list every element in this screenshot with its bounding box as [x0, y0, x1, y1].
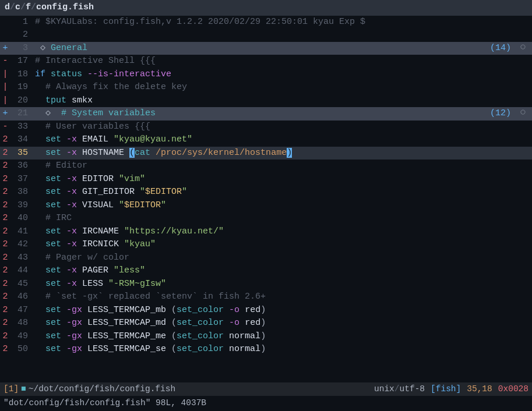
code-text[interactable]: set -x LESS "-RSM~gIsw"	[33, 278, 532, 291]
code-text[interactable]: set -x IRCNAME "https://kyau.net/"	[33, 225, 532, 239]
token	[35, 174, 45, 184]
code-line[interactable]: 1# $KYAULabs: config.fish,v 1.2.2 2020/0…	[0, 16, 532, 29]
fold-gutter[interactable]: 2	[0, 173, 10, 186]
fold-gutter[interactable]: 2	[0, 225, 10, 239]
code-line[interactable]: |20 tput smkx	[0, 94, 532, 108]
code-text[interactable]: # Interactive Shell {{{	[33, 55, 532, 68]
code-line[interactable]: 239 set -x VISUAL "$EDITOR"	[0, 199, 532, 212]
code-text[interactable]: # IRC	[33, 212, 532, 225]
code-line[interactable]: 245 set -x LESS "-RSM~gIsw"	[0, 278, 532, 291]
code-line[interactable]: 235 set -x HOSTNAME (cat /proc/sys/kerne…	[0, 147, 532, 160]
statusline: [1] ■ ~/dot/config/fish/config.fish unix…	[0, 382, 532, 396]
fold-gutter[interactable]: +	[0, 42, 10, 55]
code-line[interactable]: 246 # `set -gx` replaced `setenv` in fis…	[0, 290, 532, 304]
code-line[interactable]: 243 # Pager w/ color	[0, 251, 532, 265]
fold-gutter[interactable]: 2	[0, 238, 10, 251]
fold-gutter[interactable]	[0, 16, 10, 29]
code-line[interactable]: |18if status --is-interactive	[0, 68, 532, 82]
code-text[interactable]: ◇ # System variables	[33, 107, 490, 121]
token: -x	[66, 226, 82, 236]
fold-gutter[interactable]: 2	[0, 264, 10, 278]
code-line[interactable]: |19 # Always fix the delete key	[0, 81, 532, 94]
code-line[interactable]: 238 set -x GIT_EDITOR "$EDITOR"	[0, 186, 532, 199]
code-line[interactable]: -33 # User variables {{{	[0, 121, 532, 134]
code-content[interactable]: 1# $KYAULabs: config.fish,v 1.2.2 2020/0…	[0, 16, 532, 383]
token: "	[119, 200, 124, 210]
fold-gutter[interactable]: 2	[0, 212, 10, 225]
token: # User variables {{{	[45, 122, 150, 132]
code-text[interactable]: if status --is-interactive	[33, 68, 532, 82]
fold-gutter[interactable]: 2	[0, 133, 10, 147]
code-line[interactable]: +21 ◇ # System variables(12) ⭘	[0, 107, 532, 121]
fold-gutter[interactable]: 2	[0, 330, 10, 343]
fold-gutter[interactable]	[0, 29, 10, 42]
token	[35, 279, 45, 289]
fold-gutter[interactable]: |	[0, 68, 10, 82]
fold-gutter[interactable]: 2	[0, 251, 10, 265]
line-number: 34	[10, 133, 33, 147]
token: set_color	[177, 344, 229, 354]
code-line[interactable]: 244 set -x PAGER "less"	[0, 264, 532, 278]
code-line[interactable]: 250 set -gx LESS_TERMCAP_se (set_color n…	[0, 343, 532, 356]
fold-toggle-icon[interactable]: ⭘	[513, 107, 527, 121]
code-text[interactable]: set -gx LESS_TERMCAP_me (set_color norma…	[33, 330, 532, 343]
fold-gutter[interactable]: 2	[0, 304, 10, 317]
line-number: 39	[10, 199, 33, 212]
code-text[interactable]: # User variables {{{	[33, 121, 532, 134]
code-text[interactable]: set -x EMAIL "kyau@kyau.net"	[33, 133, 532, 147]
fold-gutter[interactable]: 2	[0, 160, 10, 173]
code-text[interactable]: set -gx LESS_TERMCAP_se (set_color norma…	[33, 343, 532, 356]
code-line[interactable]: 234 set -x EMAIL "kyau@kyau.net"	[0, 133, 532, 147]
code-line[interactable]: 249 set -gx LESS_TERMCAP_me (set_color n…	[0, 330, 532, 343]
code-text[interactable]: set -gx LESS_TERMCAP_mb (set_color -o re…	[33, 304, 532, 317]
encoding: unix/utf-8	[374, 383, 425, 396]
code-line[interactable]: 240 # IRC	[0, 212, 532, 225]
token: EDITOR	[82, 174, 119, 184]
fold-gutter[interactable]: 2	[0, 186, 10, 199]
code-text[interactable]: set -x VISUAL "$EDITOR"	[33, 199, 532, 212]
path-separator: /	[31, 2, 36, 12]
fold-gutter[interactable]: 2	[0, 343, 10, 356]
fold-gutter[interactable]: -	[0, 55, 10, 68]
fold-gutter[interactable]: 2	[0, 278, 10, 291]
line-number: 38	[10, 186, 33, 199]
token: # Interactive Shell {{{	[35, 56, 156, 66]
code-text[interactable]: set -x HOSTNAME (cat /proc/sys/kernel/ho…	[33, 147, 532, 160]
code-text[interactable]: ◇ General	[33, 42, 490, 55]
fold-gutter[interactable]: +	[0, 107, 10, 121]
fold-gutter[interactable]: |	[0, 81, 10, 94]
code-text[interactable]: set -x EDITOR "vim"	[33, 173, 532, 186]
token: set	[45, 344, 66, 354]
code-text[interactable]: # $KYAULabs: config.fish,v 1.2.2 2020/02…	[33, 16, 532, 29]
fold-gutter[interactable]: 2	[0, 147, 10, 160]
fold-gutter[interactable]: 2	[0, 317, 10, 330]
code-text[interactable]: set -gx LESS_TERMCAP_md (set_color -o re…	[33, 317, 532, 330]
fold-info[interactable]: (14) ⭘	[490, 42, 532, 55]
code-text[interactable]: set -x IRCNICK "kyau"	[33, 238, 532, 251]
fold-gutter[interactable]: 2	[0, 199, 10, 212]
code-line[interactable]: 248 set -gx LESS_TERMCAP_md (set_color -…	[0, 317, 532, 330]
code-line[interactable]: 236 # Editor	[0, 160, 532, 173]
fold-info[interactable]: (12) ⭘	[490, 107, 532, 121]
code-line[interactable]: 247 set -gx LESS_TERMCAP_mb (set_color -…	[0, 304, 532, 317]
code-text[interactable]: tput smkx	[33, 94, 532, 108]
command-line[interactable]: "dot/config/fish/config.fish" 98L, 4037B	[0, 396, 532, 411]
code-line[interactable]: +3 ◇ General(14) ⭘	[0, 42, 532, 55]
code-line[interactable]: -17# Interactive Shell {{{	[0, 55, 532, 68]
fold-toggle-icon[interactable]: ⭘	[513, 42, 527, 55]
fold-gutter[interactable]: |	[0, 94, 10, 108]
code-text[interactable]: # `set -gx` replaced `setenv` in fish 2.…	[33, 290, 532, 304]
code-text[interactable]: set -x PAGER "less"	[33, 264, 532, 278]
fold-gutter[interactable]: -	[0, 121, 10, 134]
line-number: 42	[10, 238, 33, 251]
code-line[interactable]: 242 set -x IRCNICK "kyau"	[0, 238, 532, 251]
fold-gutter[interactable]: 2	[0, 290, 10, 304]
code-line[interactable]: 237 set -x EDITOR "vim"	[0, 173, 532, 186]
token	[35, 82, 45, 92]
code-line[interactable]: 241 set -x IRCNAME "https://kyau.net/"	[0, 225, 532, 239]
code-line[interactable]: 2	[0, 29, 532, 42]
code-text[interactable]: set -x GIT_EDITOR "$EDITOR"	[33, 186, 532, 199]
code-text[interactable]: # Always fix the delete key	[33, 81, 532, 94]
code-text[interactable]: # Editor	[33, 160, 532, 173]
code-text[interactable]: # Pager w/ color	[33, 251, 532, 265]
